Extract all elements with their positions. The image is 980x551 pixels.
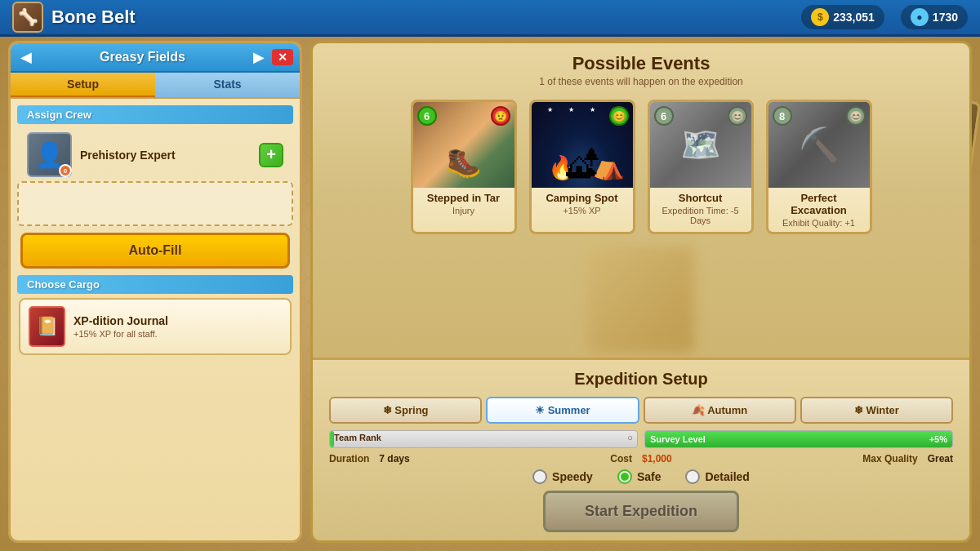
crew-avatar-icon: 👤 — [34, 140, 65, 169]
team-rank-indicator: ○ — [627, 433, 633, 442]
event-card-stepped[interactable]: 6 😟 🥾 Stepped in Tar Injury — [411, 100, 517, 234]
sidebar-tabs: Setup Stats — [11, 73, 300, 99]
event-face-shortcut: 😊 — [728, 106, 747, 126]
crew-avatar: 👤 0 — [27, 132, 72, 177]
tab-setup[interactable]: Setup — [11, 73, 155, 97]
survey-level-bg: Survey Level +5% — [644, 430, 953, 448]
stats-bars-row: Team Rank ○ Survey Level +5% — [329, 430, 953, 448]
survey-level-label-text: Survey Level — [650, 434, 706, 444]
blue-icon: ● — [911, 8, 929, 26]
location-title: Greasy Fields — [39, 50, 246, 64]
event-info-camping: Camping Spot +15% XP — [532, 188, 633, 220]
gold-currency: $ 233,051 — [801, 5, 884, 29]
survey-bonus: +5% — [929, 434, 947, 444]
mystery-card-blur — [588, 247, 694, 353]
crew-name: Prehistory Expert — [80, 149, 176, 162]
cost-label: Cost — [610, 453, 632, 464]
duration-label: Duration — [329, 453, 369, 464]
main-content: Possible Events 1 of these events will h… — [310, 41, 972, 543]
speedy-radio[interactable] — [532, 469, 547, 484]
cargo-item: 📔 XP-dition Journal +15% XP for all staf… — [19, 298, 292, 355]
event-image-stepped: 6 😟 🥾 — [413, 102, 514, 188]
blue-amount: 1730 — [933, 11, 958, 24]
survey-level-bar: Survey Level +5% — [644, 430, 953, 448]
event-name-camping: Camping Spot — [537, 192, 628, 204]
event-num-excavation: 8 — [773, 106, 792, 126]
detailed-label: Detailed — [705, 470, 749, 483]
max-quality-value: Great — [928, 453, 953, 464]
event-card-shortcut[interactable]: 6 😊 🗺️ Shortcut Expedition Time: -5 Days — [648, 100, 754, 234]
speedy-label: Speedy — [552, 470, 593, 483]
event-name-excavation: Perfect Excavation — [773, 192, 865, 216]
events-title: Possible Events — [313, 53, 969, 74]
crew-section-header: Assign Crew — [17, 105, 293, 124]
fire-icon: 🔥 — [548, 154, 577, 181]
detailed-radio[interactable] — [685, 469, 700, 484]
event-image-camping: ★★★★ 😊 🔥 ⛺ — [532, 102, 633, 188]
max-quality-item: Max Quality Great — [745, 453, 953, 464]
mode-safe[interactable]: Safe — [617, 469, 662, 484]
detail-row: Duration 7 days Cost $1,000 Max Quality … — [329, 453, 953, 464]
setup-panel: Expedition Setup ❄ Spring ☀ Summer 🍂 Aut… — [313, 358, 969, 540]
mystery-card-area — [313, 247, 969, 353]
top-bar: 🦴 Bone Belt $ 233,051 ● 1730 — [0, 0, 980, 37]
event-face-stepped: 😟 — [491, 106, 510, 126]
events-row: 6 😟 🥾 Stepped in Tar Injury ★★★★ 😊 🔥 ⛺ C… — [313, 91, 969, 242]
add-crew-button[interactable]: + — [259, 143, 283, 167]
safe-label: Safe — [637, 470, 662, 483]
season-autumn-button[interactable]: 🍂 Autumn — [644, 397, 796, 424]
safe-radio[interactable] — [617, 469, 632, 484]
event-desc-camping: +15% XP — [537, 206, 628, 216]
team-rank-bar: Team Rank ○ — [329, 430, 638, 448]
blue-currency: ● 1730 — [901, 5, 968, 29]
autofill-button[interactable]: Auto-Fill — [20, 233, 290, 269]
event-desc-excavation: Exhibit Quality: +1 — [773, 218, 865, 228]
sidebar-close-button[interactable]: ✕ — [272, 49, 293, 65]
cargo-icon: 📔 — [29, 306, 65, 347]
nav-next-arrow[interactable]: ▶ — [250, 48, 268, 66]
sidebar-nav: ◀ Greasy Fields ▶ ✕ — [11, 43, 300, 73]
event-face-excavation: 😊 — [846, 106, 866, 126]
tab-stats[interactable]: Stats — [155, 73, 300, 97]
season-buttons: ❄ Spring ☀ Summer 🍂 Autumn ❄ Winter — [329, 397, 953, 424]
hiker-icon: 🥾 — [446, 146, 482, 180]
cost-value: $1,000 — [642, 453, 672, 464]
cargo-name: XP-dition Journal — [74, 314, 282, 327]
event-card-camping[interactable]: ★★★★ 😊 🔥 ⛺ Camping Spot +15% XP — [529, 100, 635, 234]
sidebar: ◀ Greasy Fields ▶ ✕ Setup Stats Assign C… — [8, 41, 302, 543]
cargo-desc: +15% XP for all staff. — [74, 329, 282, 339]
duration-value: 7 days — [379, 453, 409, 464]
event-image-excavation: 8 😊 ⛏️ — [768, 102, 870, 188]
game-icon: 🦴 — [12, 2, 43, 33]
window-title: Bone Belt — [51, 7, 136, 28]
season-summer-button[interactable]: ☀ Summer — [486, 397, 639, 424]
event-face-camping: 😊 — [609, 106, 629, 126]
season-winter-button[interactable]: ❄ Winter — [800, 397, 953, 424]
mode-radio-row: Speedy Safe Detailed — [329, 469, 953, 484]
nav-prev-arrow[interactable]: ◀ — [17, 48, 35, 66]
season-spring-button[interactable]: ❄ Spring — [329, 397, 482, 424]
events-header: Possible Events 1 of these events will h… — [313, 43, 969, 91]
event-num-stepped: 6 — [417, 106, 437, 126]
duration-item: Duration 7 days — [329, 453, 537, 464]
survey-level-fill: Survey Level +5% — [645, 431, 952, 447]
tent-icon: ⛺ — [592, 150, 625, 181]
event-num-shortcut: 6 — [654, 106, 674, 126]
gold-amount: 233,051 — [833, 11, 875, 24]
gold-icon: $ — [811, 8, 829, 26]
event-name-stepped: Stepped in Tar — [418, 192, 510, 204]
start-expedition-button[interactable]: Start Expedition — [543, 491, 739, 532]
crew-level-badge: 0 — [59, 164, 72, 177]
cost-item: Cost $1,000 — [537, 453, 746, 464]
event-info-excavation: Perfect Excavation Exhibit Quality: +1 — [768, 188, 870, 232]
currency-area: $ 233,051 ● 1730 — [801, 5, 968, 29]
team-rank-label: Team Rank — [334, 433, 381, 442]
mode-detailed[interactable]: Detailed — [685, 469, 749, 484]
max-quality-label: Max Quality — [862, 453, 917, 464]
mode-speedy[interactable]: Speedy — [532, 469, 593, 484]
event-info-shortcut: Shortcut Expedition Time: -5 Days — [650, 188, 751, 229]
event-info-stepped: Stepped in Tar Injury — [413, 188, 514, 220]
events-subtitle: 1 of these events will happen on the exp… — [313, 76, 969, 87]
crew-slot: 👤 0 Prehistory Expert + — [17, 128, 293, 181]
event-card-excavation[interactable]: 8 😊 ⛏️ Perfect Excavation Exhibit Qualit… — [766, 100, 872, 234]
